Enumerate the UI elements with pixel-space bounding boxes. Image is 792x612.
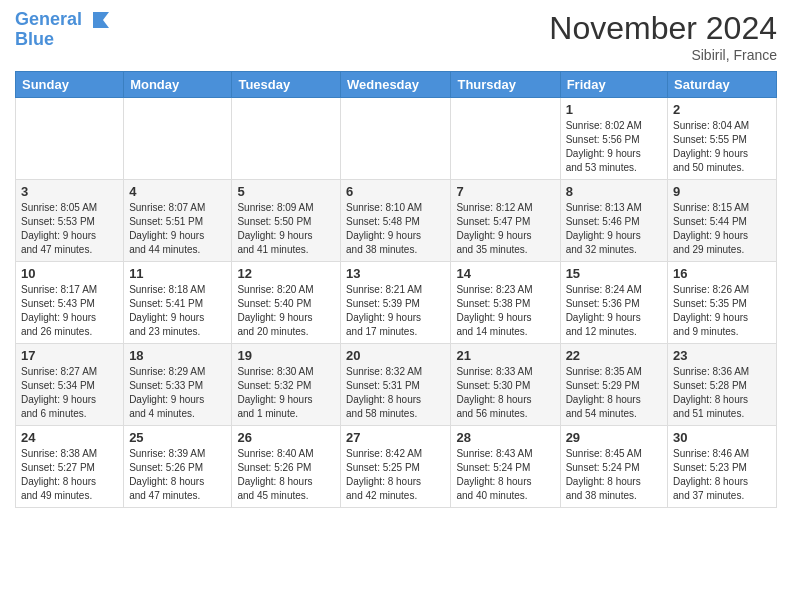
- day-info: Sunrise: 8:30 AM Sunset: 5:32 PM Dayligh…: [237, 365, 335, 421]
- calendar-cell: 17Sunrise: 8:27 AM Sunset: 5:34 PM Dayli…: [16, 344, 124, 426]
- day-info: Sunrise: 8:29 AM Sunset: 5:33 PM Dayligh…: [129, 365, 226, 421]
- calendar-cell: [341, 98, 451, 180]
- calendar-table: SundayMondayTuesdayWednesdayThursdayFrid…: [15, 71, 777, 508]
- day-number: 4: [129, 184, 226, 199]
- day-number: 24: [21, 430, 118, 445]
- calendar-cell: 13Sunrise: 8:21 AM Sunset: 5:39 PM Dayli…: [341, 262, 451, 344]
- day-number: 16: [673, 266, 771, 281]
- day-info: Sunrise: 8:20 AM Sunset: 5:40 PM Dayligh…: [237, 283, 335, 339]
- calendar-cell: 30Sunrise: 8:46 AM Sunset: 5:23 PM Dayli…: [668, 426, 777, 508]
- header-thursday: Thursday: [451, 72, 560, 98]
- day-number: 9: [673, 184, 771, 199]
- day-info: Sunrise: 8:45 AM Sunset: 5:24 PM Dayligh…: [566, 447, 662, 503]
- header-row: SundayMondayTuesdayWednesdayThursdayFrid…: [16, 72, 777, 98]
- calendar-cell: [16, 98, 124, 180]
- week-row-1: 3Sunrise: 8:05 AM Sunset: 5:53 PM Daylig…: [16, 180, 777, 262]
- day-info: Sunrise: 8:17 AM Sunset: 5:43 PM Dayligh…: [21, 283, 118, 339]
- day-info: Sunrise: 8:23 AM Sunset: 5:38 PM Dayligh…: [456, 283, 554, 339]
- day-number: 22: [566, 348, 662, 363]
- calendar-cell: 10Sunrise: 8:17 AM Sunset: 5:43 PM Dayli…: [16, 262, 124, 344]
- title-block: November 2024 Sibiril, France: [549, 10, 777, 63]
- day-info: Sunrise: 8:36 AM Sunset: 5:28 PM Dayligh…: [673, 365, 771, 421]
- day-number: 23: [673, 348, 771, 363]
- calendar-cell: 18Sunrise: 8:29 AM Sunset: 5:33 PM Dayli…: [124, 344, 232, 426]
- day-info: Sunrise: 8:43 AM Sunset: 5:24 PM Dayligh…: [456, 447, 554, 503]
- calendar-cell: 12Sunrise: 8:20 AM Sunset: 5:40 PM Dayli…: [232, 262, 341, 344]
- logo-text: General: [15, 10, 113, 30]
- svg-marker-0: [93, 12, 109, 28]
- day-number: 17: [21, 348, 118, 363]
- calendar-cell: 26Sunrise: 8:40 AM Sunset: 5:26 PM Dayli…: [232, 426, 341, 508]
- day-info: Sunrise: 8:12 AM Sunset: 5:47 PM Dayligh…: [456, 201, 554, 257]
- header-wednesday: Wednesday: [341, 72, 451, 98]
- day-number: 28: [456, 430, 554, 445]
- calendar-cell: 19Sunrise: 8:30 AM Sunset: 5:32 PM Dayli…: [232, 344, 341, 426]
- week-row-3: 17Sunrise: 8:27 AM Sunset: 5:34 PM Dayli…: [16, 344, 777, 426]
- day-number: 12: [237, 266, 335, 281]
- day-number: 19: [237, 348, 335, 363]
- calendar-cell: 22Sunrise: 8:35 AM Sunset: 5:29 PM Dayli…: [560, 344, 667, 426]
- calendar-cell: [232, 98, 341, 180]
- day-info: Sunrise: 8:07 AM Sunset: 5:51 PM Dayligh…: [129, 201, 226, 257]
- day-number: 8: [566, 184, 662, 199]
- calendar-cell: [124, 98, 232, 180]
- day-info: Sunrise: 8:10 AM Sunset: 5:48 PM Dayligh…: [346, 201, 445, 257]
- day-info: Sunrise: 8:05 AM Sunset: 5:53 PM Dayligh…: [21, 201, 118, 257]
- calendar-cell: 25Sunrise: 8:39 AM Sunset: 5:26 PM Dayli…: [124, 426, 232, 508]
- calendar-cell: 5Sunrise: 8:09 AM Sunset: 5:50 PM Daylig…: [232, 180, 341, 262]
- calendar-cell: 7Sunrise: 8:12 AM Sunset: 5:47 PM Daylig…: [451, 180, 560, 262]
- day-number: 30: [673, 430, 771, 445]
- day-number: 14: [456, 266, 554, 281]
- calendar-body: 1Sunrise: 8:02 AM Sunset: 5:56 PM Daylig…: [16, 98, 777, 508]
- page-header: General Blue November 2024 Sibiril, Fran…: [15, 10, 777, 63]
- calendar-cell: 14Sunrise: 8:23 AM Sunset: 5:38 PM Dayli…: [451, 262, 560, 344]
- calendar-cell: 15Sunrise: 8:24 AM Sunset: 5:36 PM Dayli…: [560, 262, 667, 344]
- day-number: 5: [237, 184, 335, 199]
- day-info: Sunrise: 8:18 AM Sunset: 5:41 PM Dayligh…: [129, 283, 226, 339]
- calendar-cell: 2Sunrise: 8:04 AM Sunset: 5:55 PM Daylig…: [668, 98, 777, 180]
- calendar-cell: 4Sunrise: 8:07 AM Sunset: 5:51 PM Daylig…: [124, 180, 232, 262]
- location: Sibiril, France: [549, 47, 777, 63]
- day-number: 25: [129, 430, 226, 445]
- day-info: Sunrise: 8:32 AM Sunset: 5:31 PM Dayligh…: [346, 365, 445, 421]
- header-sunday: Sunday: [16, 72, 124, 98]
- day-info: Sunrise: 8:13 AM Sunset: 5:46 PM Dayligh…: [566, 201, 662, 257]
- day-number: 18: [129, 348, 226, 363]
- day-number: 21: [456, 348, 554, 363]
- day-info: Sunrise: 8:04 AM Sunset: 5:55 PM Dayligh…: [673, 119, 771, 175]
- logo-blue: Blue: [15, 30, 113, 50]
- day-number: 29: [566, 430, 662, 445]
- calendar-cell: 11Sunrise: 8:18 AM Sunset: 5:41 PM Dayli…: [124, 262, 232, 344]
- day-info: Sunrise: 8:35 AM Sunset: 5:29 PM Dayligh…: [566, 365, 662, 421]
- calendar-cell: 23Sunrise: 8:36 AM Sunset: 5:28 PM Dayli…: [668, 344, 777, 426]
- calendar-cell: 28Sunrise: 8:43 AM Sunset: 5:24 PM Dayli…: [451, 426, 560, 508]
- logo: General Blue: [15, 10, 113, 50]
- day-info: Sunrise: 8:21 AM Sunset: 5:39 PM Dayligh…: [346, 283, 445, 339]
- calendar-cell: 9Sunrise: 8:15 AM Sunset: 5:44 PM Daylig…: [668, 180, 777, 262]
- page-container: General Blue November 2024 Sibiril, Fran…: [0, 0, 792, 518]
- day-number: 20: [346, 348, 445, 363]
- day-info: Sunrise: 8:24 AM Sunset: 5:36 PM Dayligh…: [566, 283, 662, 339]
- day-info: Sunrise: 8:27 AM Sunset: 5:34 PM Dayligh…: [21, 365, 118, 421]
- day-info: Sunrise: 8:46 AM Sunset: 5:23 PM Dayligh…: [673, 447, 771, 503]
- day-number: 10: [21, 266, 118, 281]
- day-info: Sunrise: 8:09 AM Sunset: 5:50 PM Dayligh…: [237, 201, 335, 257]
- calendar-cell: 27Sunrise: 8:42 AM Sunset: 5:25 PM Dayli…: [341, 426, 451, 508]
- calendar-cell: 16Sunrise: 8:26 AM Sunset: 5:35 PM Dayli…: [668, 262, 777, 344]
- day-number: 13: [346, 266, 445, 281]
- day-number: 27: [346, 430, 445, 445]
- day-number: 1: [566, 102, 662, 117]
- header-tuesday: Tuesday: [232, 72, 341, 98]
- header-friday: Friday: [560, 72, 667, 98]
- header-saturday: Saturday: [668, 72, 777, 98]
- day-number: 7: [456, 184, 554, 199]
- calendar-cell: 24Sunrise: 8:38 AM Sunset: 5:27 PM Dayli…: [16, 426, 124, 508]
- week-row-4: 24Sunrise: 8:38 AM Sunset: 5:27 PM Dayli…: [16, 426, 777, 508]
- week-row-2: 10Sunrise: 8:17 AM Sunset: 5:43 PM Dayli…: [16, 262, 777, 344]
- day-number: 15: [566, 266, 662, 281]
- day-info: Sunrise: 8:02 AM Sunset: 5:56 PM Dayligh…: [566, 119, 662, 175]
- day-info: Sunrise: 8:38 AM Sunset: 5:27 PM Dayligh…: [21, 447, 118, 503]
- calendar-cell: 6Sunrise: 8:10 AM Sunset: 5:48 PM Daylig…: [341, 180, 451, 262]
- day-number: 6: [346, 184, 445, 199]
- week-row-0: 1Sunrise: 8:02 AM Sunset: 5:56 PM Daylig…: [16, 98, 777, 180]
